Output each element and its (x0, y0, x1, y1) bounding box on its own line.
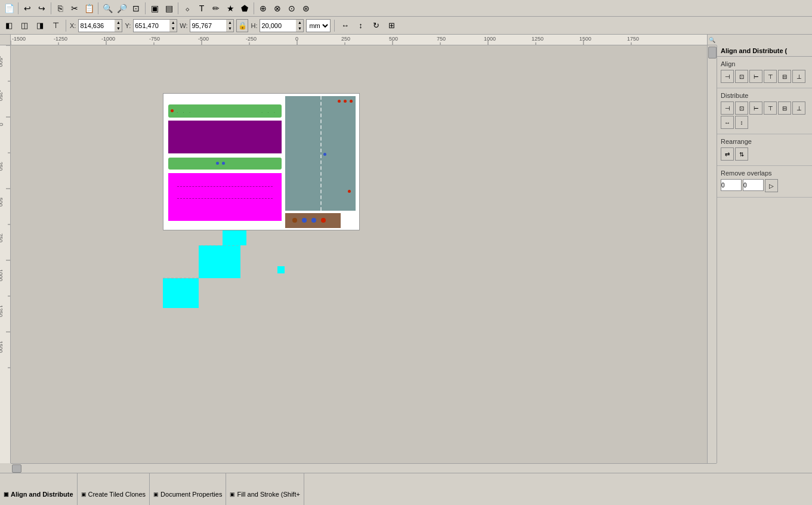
h-down[interactable]: ▼ (296, 26, 303, 32)
transform-btn4[interactable]: ⊞ (385, 19, 398, 32)
y-up[interactable]: ▲ (169, 20, 177, 26)
redo-button[interactable]: ↪ (35, 2, 48, 15)
transform-btn3[interactable]: ↻ (369, 19, 382, 32)
align-left-edges-button[interactable]: ⊣ (721, 70, 734, 83)
w-up[interactable]: ▲ (226, 20, 233, 26)
text-tool-button[interactable]: T (195, 2, 208, 15)
undo-button[interactable]: ↩ (21, 2, 34, 15)
canvas-content: · · · · · · (11, 45, 717, 463)
dot-red-gray2 (344, 100, 347, 103)
vscroll-thumb[interactable] (708, 47, 717, 58)
remove-overlaps-button[interactable]: ▷ (765, 179, 778, 192)
dist-right-button[interactable]: ⊢ (749, 101, 762, 115)
vscroll[interactable] (707, 45, 717, 463)
fill-tool-button[interactable]: ⬟ (238, 2, 251, 15)
w-down[interactable]: ▼ (226, 26, 233, 32)
dot-red-1 (171, 109, 174, 112)
y-down[interactable]: ▼ (169, 26, 177, 32)
tab-fill-stroke[interactable]: ▣ Fill and Stroke (Shift+ (226, 473, 304, 505)
y-input[interactable] (134, 20, 169, 32)
canvas-area[interactable]: · · · · · · (11, 45, 717, 463)
copy-button[interactable]: ⎘ (54, 2, 67, 15)
svg-text:1500: 1500 (0, 341, 4, 353)
dist-center-h-button[interactable]: ⊡ (735, 101, 748, 115)
transform-btn1[interactable]: ↔ (338, 19, 351, 32)
align-bottom-edges-button[interactable]: ⊥ (792, 70, 805, 83)
unit-select[interactable]: mm px cm in (306, 19, 331, 32)
zoom-out-button[interactable]: 🔎 (115, 2, 128, 15)
tab-document-properties[interactable]: ▣ Document Properties (150, 473, 226, 505)
w-input-wrap: ▲ ▼ (190, 19, 234, 32)
dist-top-button[interactable]: ⊤ (764, 101, 777, 115)
h-up[interactable]: ▲ (296, 20, 303, 26)
dist-left-button[interactable]: ⊣ (721, 101, 734, 115)
lock-proportions-button[interactable]: 🔒 (236, 19, 248, 32)
extra-btn2[interactable]: ⊗ (271, 2, 284, 15)
extra-btn4[interactable]: ⊛ (300, 2, 313, 15)
zoom-icon[interactable]: 🔍 (707, 35, 717, 45)
sep2 (51, 2, 51, 14)
align-top-edges-button[interactable]: ⊤ (764, 70, 777, 83)
hscroll-container (11, 463, 717, 473)
dot-blue-mid (216, 162, 219, 165)
exchange-button[interactable]: ⇄ (721, 147, 734, 161)
star-tool-button[interactable]: ★ (224, 2, 237, 15)
overlap-inputs-row: ▷ (721, 179, 808, 192)
svg-marker-50 (163, 245, 240, 308)
dot-blue-gray (323, 153, 326, 156)
svg-text:-1500: -1500 (12, 36, 26, 42)
paste-button[interactable]: 📋 (82, 2, 95, 15)
svg-text:250: 250 (341, 36, 350, 42)
align-center-h-button[interactable]: ⊡ (735, 70, 748, 83)
unclump-button[interactable]: ⇅ (735, 147, 748, 161)
gray-rect (285, 96, 356, 211)
ungroup-button[interactable]: ▤ (162, 2, 175, 15)
svg-text:750: 750 (437, 36, 446, 42)
extra-btn1[interactable]: ⊕ (257, 2, 270, 15)
gray-dashed-vert (320, 96, 322, 211)
group-button[interactable]: ▣ (148, 2, 161, 15)
node-tool-button[interactable]: ⬦ (181, 2, 194, 15)
dist-gap-h-button[interactable]: ↔ (721, 116, 734, 129)
x-down[interactable]: ▼ (115, 26, 122, 32)
cut-button[interactable]: ✂ (68, 2, 81, 15)
zoom-fit-button[interactable]: ⊡ (129, 2, 143, 15)
align-right-icon[interactable]: ◨ (33, 19, 47, 32)
panel-title: Align and Distribute ( (721, 47, 787, 54)
dist-gap-v-button[interactable]: ↕ (735, 116, 748, 129)
cyan-shape-group2[interactable] (163, 245, 240, 308)
dist-bottom-button[interactable]: ⊥ (792, 101, 805, 115)
h-input[interactable] (260, 20, 296, 32)
align-center-icon[interactable]: ◫ (18, 19, 31, 32)
align-left-icon[interactable]: ◧ (2, 19, 16, 32)
extra-btn3[interactable]: ⊙ (285, 2, 298, 15)
overlap-h-input[interactable] (721, 179, 742, 191)
tab-align-label: Align and Distribute (11, 491, 73, 498)
bezier-tool-button[interactable]: ✏ (209, 2, 223, 15)
x-input[interactable] (79, 20, 115, 32)
hscroll-thumb[interactable] (12, 464, 21, 473)
align-top-icon[interactable]: ⊤ (49, 19, 62, 32)
zoom-in-button[interactable]: 🔍 (101, 2, 114, 15)
brown-rect (285, 213, 341, 228)
w-label: W: (180, 22, 187, 29)
svg-text:-1000: -1000 (101, 36, 115, 42)
sep-c2 (334, 20, 335, 32)
tab-align-distribute[interactable]: ▣ Align and Distribute (0, 473, 78, 505)
magenta-line1 (177, 186, 273, 187)
document-canvas[interactable]: · · · · · · (163, 93, 360, 230)
overlap-v-input[interactable] (743, 179, 764, 191)
new-button[interactable]: 📄 (2, 2, 16, 15)
svg-text:-750: -750 (149, 36, 160, 42)
transform-btn2[interactable]: ↕ (354, 19, 367, 32)
h-label: H: (251, 22, 257, 29)
align-center-v-button[interactable]: ⊟ (778, 70, 791, 83)
w-input[interactable] (190, 20, 226, 32)
align-right-edges-button[interactable]: ⊢ (749, 70, 762, 83)
cyan-small-square[interactable] (277, 266, 285, 273)
svg-text:-500: -500 (198, 36, 209, 42)
x-up[interactable]: ▲ (115, 20, 122, 26)
tab-create-tiled-clones[interactable]: ▣ Create Tiled Clones (78, 473, 150, 505)
svg-text:1000: 1000 (0, 269, 4, 281)
dist-center-v-button[interactable]: ⊟ (778, 101, 791, 115)
